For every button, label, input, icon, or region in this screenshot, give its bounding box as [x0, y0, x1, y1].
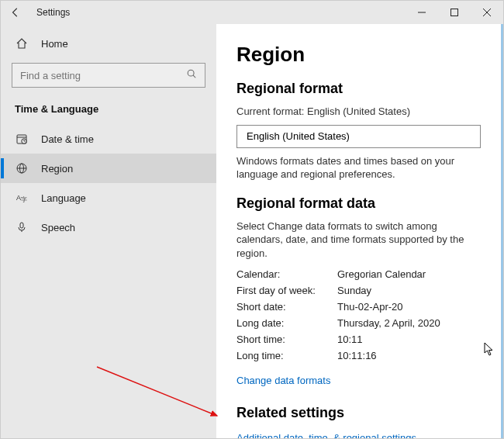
back-button[interactable]	[7, 4, 24, 21]
format-data-table: Calendar:Gregorian Calendar First day of…	[236, 266, 481, 364]
sidebar-item-speech[interactable]: Speech	[1, 213, 216, 242]
search-input-wrap[interactable]	[12, 63, 205, 88]
sidebar-category-heading: Time & Language	[1, 95, 216, 124]
change-data-formats-link[interactable]: Change data formats	[236, 375, 330, 386]
section-heading-related-settings: Related settings	[236, 405, 481, 421]
svg-rect-16	[20, 223, 23, 228]
format-data-description: Select Change data formats to switch amo…	[236, 220, 481, 261]
current-format-label: Current format: English (United States)	[236, 105, 481, 119]
titlebar: Settings	[1, 1, 503, 24]
section-heading-regional-format-data: Regional format data	[236, 195, 481, 212]
search-icon	[186, 68, 197, 82]
svg-rect-1	[451, 9, 458, 16]
calendar-clock-icon	[15, 133, 29, 145]
content-pane: Region Regional format Current format: E…	[216, 24, 503, 438]
sidebar-item-region[interactable]: Region	[1, 154, 216, 183]
format-select-value: English (United States)	[247, 130, 350, 142]
maximize-button[interactable]	[438, 1, 471, 24]
svg-line-5	[193, 75, 195, 78]
search-input[interactable]	[20, 70, 186, 81]
page-title: Region	[236, 43, 481, 67]
close-button[interactable]	[471, 1, 503, 24]
table-row: Short time:10:11	[236, 331, 481, 347]
svg-point-4	[188, 70, 194, 76]
sidebar-item-label: Speech	[41, 222, 75, 233]
sidebar-home[interactable]: Home	[1, 29, 216, 58]
table-row: Short date:Thu-02-Apr-20	[236, 299, 481, 315]
table-row: Long time:10:11:16	[236, 347, 481, 364]
sidebar-home-label: Home	[41, 38, 68, 50]
sidebar-item-label: Language	[41, 192, 86, 204]
language-icon: A字	[15, 192, 29, 204]
format-description: Windows formats dates and times based on…	[236, 154, 481, 181]
table-row: First day of week:Sunday	[236, 282, 481, 299]
sidebar-item-language[interactable]: A字 Language	[1, 183, 216, 213]
additional-settings-link[interactable]: Additional date, time, & regional settin…	[236, 432, 416, 438]
home-icon	[15, 37, 29, 50]
table-row: Calendar:Gregorian Calendar	[236, 266, 481, 282]
microphone-icon	[15, 221, 29, 233]
globe-icon	[15, 162, 29, 175]
table-row: Long date:Thursday, 2 April, 2020	[236, 315, 481, 331]
sidebar-item-label: Date & time	[41, 133, 94, 145]
minimize-button[interactable]	[406, 1, 438, 24]
format-select[interactable]: English (United States)	[236, 125, 481, 148]
sidebar: Home Time & Language Date & time Region …	[1, 24, 216, 438]
cursor-icon	[484, 342, 495, 358]
svg-text:字: 字	[21, 196, 27, 203]
sidebar-item-date-time[interactable]: Date & time	[1, 124, 216, 154]
window-title: Settings	[36, 7, 70, 18]
section-heading-regional-format: Regional format	[236, 81, 481, 97]
sidebar-item-label: Region	[41, 163, 73, 175]
